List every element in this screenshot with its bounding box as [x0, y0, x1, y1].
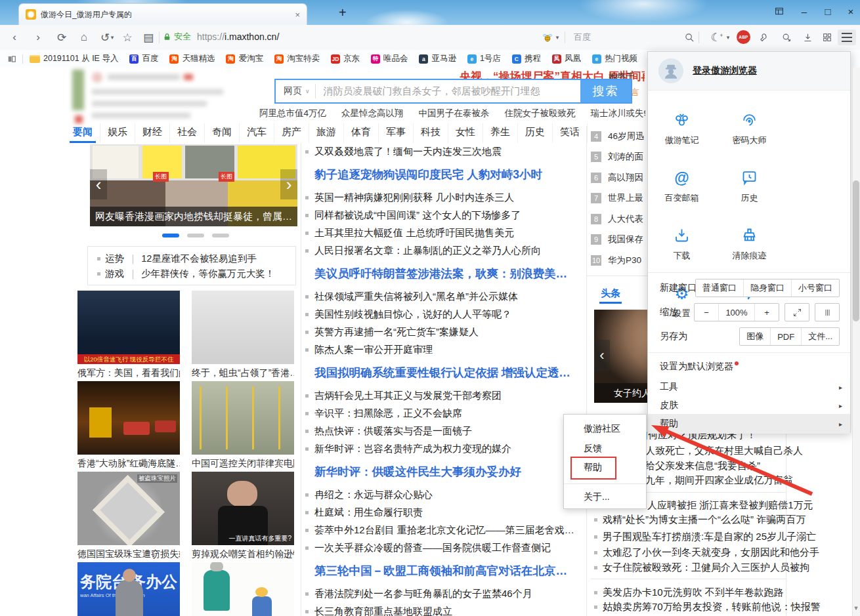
photo-card[interactable]: 务院台 务办公 wan Affairs Of the State Coun: [77, 562, 180, 616]
forward-icon[interactable]: ›: [30, 30, 46, 45]
normal-window-button[interactable]: 普通窗口: [696, 279, 744, 297]
bookmark-item[interactable]: JD 京东: [331, 53, 360, 64]
category-tab[interactable]: 财经: [135, 123, 170, 143]
news-item[interactable]: 太难忍了小伙一到冬天就变身，女朋因此和他分手: [594, 546, 819, 559]
carousel-next-icon[interactable]: ›: [280, 169, 297, 199]
bookmark-item[interactable]: 百 百度: [129, 53, 158, 64]
carousel-caption[interactable]: 网友曝香港漫画家内地捞钱却挺暴徒，曾属…: [90, 207, 297, 226]
news-item[interactable]: 夜给父亲发来信息“我要自杀”: [635, 460, 760, 472]
headline-link[interactable]: 我国拟明确系统重要性银行认定依据 增强认定透…: [303, 365, 582, 380]
news-item[interactable]: 姑娘卖房筹70万给男友投资，转账前他说：快报警: [594, 601, 821, 613]
wrench-fix-icon[interactable]: [756, 30, 772, 45]
menu-download[interactable]: 下载: [648, 215, 716, 273]
bookmark-item[interactable]: 淘 天猫精选: [169, 53, 215, 64]
photo-caption[interactable]: 德国国宝级珠宝遭窃损失或…: [77, 548, 180, 560]
hot-word-link[interactable]: 众星悼念高以翔: [341, 108, 404, 119]
headline-link[interactable]: 香港法院判处一名参与旺角暴乱的女子监禁46个月: [303, 587, 582, 600]
avatar[interactable]: [658, 58, 683, 83]
headline-link[interactable]: 新华时评：岂容名贵特产成为权力变现的媒介: [303, 442, 582, 455]
hot-word-link[interactable]: 中国男子在泰被杀: [419, 108, 490, 119]
site-security[interactable]: 安全: [163, 31, 191, 43]
headline-link[interactable]: 美国性别歧视触目惊心，说好的人人平等呢？: [303, 308, 582, 321]
category-tab[interactable]: 娱乐: [100, 123, 135, 143]
undo-caret-icon[interactable]: ▾: [109, 30, 116, 45]
reading-list-icon[interactable]: ▤: [140, 30, 156, 45]
headline-link[interactable]: 新华时评：供暖这件民生大事须办妥办好: [303, 464, 582, 480]
bookmark-item[interactable]: 20191101 从 IE 导入: [30, 53, 118, 64]
bookmark-item[interactable]: a 亚马逊: [419, 53, 456, 64]
new-tab-button[interactable]: +: [339, 5, 347, 20]
hot-word-link[interactable]: 阿里总市值4万亿: [259, 108, 326, 119]
main-menu-hamburger-icon[interactable]: [838, 30, 856, 45]
hot-word-link[interactable]: 瑞士冰川或失90%: [591, 108, 645, 119]
small-window-button[interactable]: 小号窗口: [792, 279, 839, 297]
menu-magic-mail[interactable]: @ 百变邮箱: [648, 157, 716, 215]
window-maximize-button[interactable]: □: [819, 6, 836, 17]
headline-link[interactable]: 吉炳轩会见土耳其正义与发展党干部考察团: [303, 389, 582, 402]
headline-link[interactable]: 荟萃中外12台剧目 重拾老北京文化记忆——第三届老舍戏…: [303, 524, 582, 537]
split-screen-button[interactable]: [815, 303, 840, 321]
headline-link[interactable]: 豹子追逐宠物狗误闯印度民宅 人豹对峙3小时: [303, 167, 582, 182]
window-tiles-icon[interactable]: [771, 6, 788, 18]
window-close-button[interactable]: ×: [842, 6, 859, 17]
bee-caret-icon[interactable]: ▾: [554, 30, 561, 45]
apps-grid-icon[interactable]: [819, 30, 835, 45]
news-item[interactable]: 逃九年，期间开四家企业成亿万富翁: [635, 474, 793, 487]
photo-caption[interactable]: 香港“大动脉”红磡海底隧…: [77, 458, 180, 470]
help-menu-item[interactable]: 帮助 ▸: [648, 414, 850, 434]
quick-link-item[interactable]: 游戏｜少年群侠传，等你赢万元大奖！: [97, 266, 295, 281]
headline-link[interactable]: 辛识平：扫黑除恶，正义不会缺席: [303, 407, 582, 420]
address-url[interactable]: https://i.maxthon.cn/: [197, 31, 279, 42]
news-item[interactable]: 女子住院被殴致死：卫健局介入三医护人员被拘: [594, 562, 809, 574]
page-scrollbar-thumb[interactable]: [853, 180, 859, 321]
photo-caption[interactable]: 终于，蛆虫“占领了”香港…: [192, 367, 294, 379]
headline-link[interactable]: 热点快评：供暖落实与否是一面镜子: [303, 424, 582, 438]
save-image-button[interactable]: 图像: [740, 328, 771, 345]
menu-maxnote[interactable]: 傲游笔记: [648, 100, 716, 157]
search-input[interactable]: 消防员凌晨破门救自杀女子，邻居被吵醒开门埋怨: [324, 85, 580, 98]
menu-password-master[interactable]: 密码大师: [716, 100, 783, 157]
tab-close-icon[interactable]: ×: [295, 10, 300, 20]
photo-caption[interactable]: 剪掉观众嘲笑首相约翰逊镜…: [192, 548, 294, 560]
bookmark-item[interactable]: C 携程: [512, 53, 541, 64]
news-carousel[interactable]: 长图 长图 ‹ › 网友曝香港漫画家内地捞钱却挺暴徒，曾属…: [90, 144, 297, 226]
headline-link[interactable]: 第三轮中国－欧盟工商领袖和前高官对话在北京…: [303, 563, 582, 579]
adblock-plus-icon[interactable]: ABP: [737, 30, 750, 44]
news-item[interactable]: 人应聘被拒 浙江喜来登被判赔偿1万元: [647, 499, 813, 512]
menu-history[interactable]: 历史: [716, 157, 783, 215]
bookmark-item[interactable]: e 热门视频: [592, 53, 637, 64]
menu-clear-traces[interactable]: 清除痕迹: [716, 215, 783, 273]
bookmark-item[interactable]: e 1号店: [467, 53, 501, 64]
browser-tab[interactable]: 傲游今日_傲游用户专属的 ×: [18, 3, 307, 25]
category-tab[interactable]: 社会: [170, 123, 205, 143]
tools-menu-item[interactable]: 工具 ▸: [648, 378, 850, 396]
bookmark-item[interactable]: 淘 爱淘宝: [226, 53, 263, 64]
page-search-box[interactable]: 网页 ∨ 消防员凌晨破门救自杀女子，邻居被吵醒开门埋怨 搜索: [274, 79, 632, 104]
photo-card[interactable]: 被盗珠宝照片 德国国宝级珠宝遭窃损失或…: [77, 472, 180, 560]
skin-menu-item[interactable]: 皮肤 ▸: [648, 396, 850, 415]
photo-caption[interactable]: 中国可遥控关闭菲律宾电网…: [192, 458, 294, 470]
night-mode-caret-icon[interactable]: ▾: [725, 30, 731, 45]
submenu-about-item[interactable]: 关于...: [584, 491, 610, 503]
carousel-dot[interactable]: [212, 234, 229, 237]
search-engine-select[interactable]: 网页: [284, 85, 302, 97]
hot-word-link[interactable]: 住院女子被殴致死: [505, 108, 576, 119]
fullscreen-button[interactable]: [785, 303, 809, 321]
category-tab[interactable]: 汽车: [240, 123, 274, 143]
sidebar-toggle-icon[interactable]: [7, 54, 17, 64]
submenu-feedback-item[interactable]: 反馈: [584, 443, 602, 455]
photo-card[interactable]: 一直讲真话有多重要? 剪掉观众嘲笑首相约翰逊镜…: [192, 472, 294, 560]
news-item[interactable]: 伤人致死亡，父亲在村里大喊自己杀人: [635, 445, 803, 457]
save-pdf-button[interactable]: PDF: [771, 328, 802, 345]
headline-link[interactable]: 长三角教育部重点基地联盟成立: [303, 605, 582, 616]
download-icon[interactable]: [800, 30, 815, 45]
headline-link[interactable]: 杜庭斌：用生命履行职责: [303, 506, 582, 519]
category-tab[interactable]: 要闻: [66, 123, 100, 143]
resource-sniffer-icon[interactable]: [779, 30, 794, 45]
set-default-browser-item[interactable]: 设置为默认浏览器: [648, 358, 850, 376]
headline-link[interactable]: 美议员呼吁特朗普签涉港法案，耿爽：别浪费美…: [303, 266, 582, 281]
zoom-in-button[interactable]: +: [755, 304, 779, 321]
category-tab[interactable]: 奇闻: [205, 123, 240, 143]
bookmark-item[interactable]: 淘 淘宝特卖: [274, 53, 320, 64]
window-minimize-button[interactable]: –: [796, 6, 813, 17]
